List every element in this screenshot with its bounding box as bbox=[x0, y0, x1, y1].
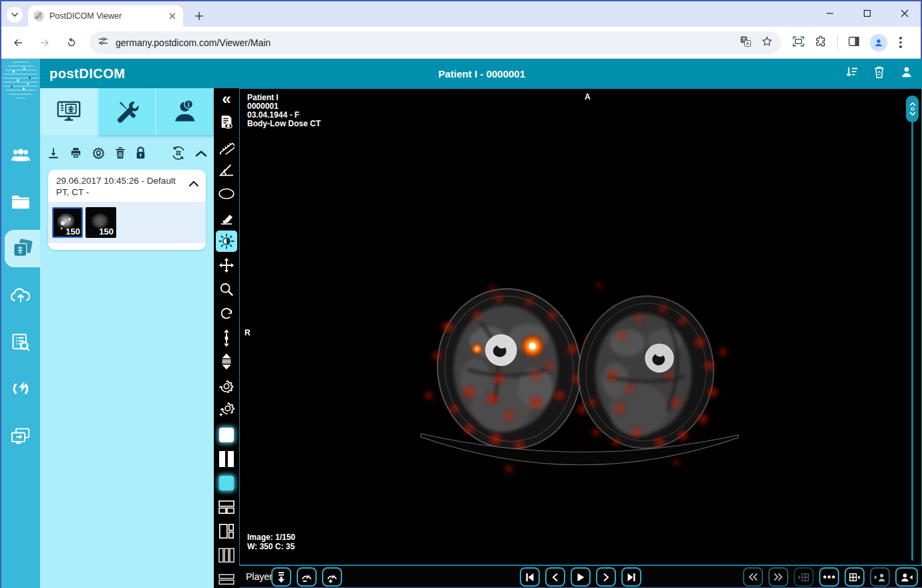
eraser-tool-icon[interactable] bbox=[216, 207, 237, 229]
zoom-tool-icon[interactable] bbox=[216, 279, 237, 300]
tab-tools[interactable] bbox=[98, 88, 155, 135]
tab-close-icon[interactable] bbox=[166, 11, 178, 22]
speed-down-button[interactable] bbox=[297, 567, 317, 587]
sidebar-item-screen-share[interactable] bbox=[1, 421, 40, 450]
orientation-marker-top: A bbox=[585, 93, 591, 102]
layout-single-active-icon[interactable] bbox=[216, 424, 237, 446]
sidebar-item-sync[interactable] bbox=[1, 374, 40, 404]
thumbnail-image-count: 150 bbox=[65, 227, 80, 237]
layout-one-top-two-bottom-icon[interactable] bbox=[216, 496, 237, 518]
sidebar-item-order-search[interactable] bbox=[1, 327, 40, 357]
more-options-button[interactable] bbox=[819, 567, 839, 587]
url-text[interactable]: germany.postdicom.com/Viewer/Main bbox=[116, 37, 733, 48]
postdicom-logo: postDICOM bbox=[49, 66, 125, 82]
user-account-icon[interactable] bbox=[899, 65, 914, 82]
tab-patient-info[interactable] bbox=[155, 88, 212, 135]
report-view-icon[interactable] bbox=[216, 112, 237, 133]
image-viewport[interactable]: Patient I 0000001 03.04.1944 - F Body-Lo… bbox=[239, 88, 922, 565]
previous-layout-button[interactable] bbox=[794, 567, 814, 587]
previous-patient-button[interactable] bbox=[870, 567, 890, 587]
bookmark-star-icon[interactable] bbox=[761, 35, 773, 50]
refresh-layout-icon[interactable] bbox=[170, 145, 186, 164]
recycle-bin-icon[interactable] bbox=[873, 65, 886, 82]
layout-two-vertical-icon[interactable] bbox=[216, 448, 237, 470]
sidebar-item-patients[interactable] bbox=[1, 140, 40, 170]
patient-title: Patient I - 0000001 bbox=[40, 68, 922, 80]
last-image-button[interactable] bbox=[621, 567, 641, 587]
player-bar: Player bbox=[239, 565, 922, 587]
rotate-tool-icon[interactable] bbox=[216, 303, 237, 324]
reload-button[interactable] bbox=[61, 33, 82, 53]
series-collapse-icon[interactable] bbox=[188, 175, 199, 198]
speed-up-button[interactable] bbox=[322, 567, 342, 587]
reset-window-icon[interactable] bbox=[216, 376, 237, 397]
series-datetime: 29.06.2017 10:45:26 - Default bbox=[56, 175, 184, 186]
next-patient-button[interactable] bbox=[895, 567, 918, 587]
sort-list-icon[interactable] bbox=[844, 65, 859, 82]
delete-study-icon[interactable] bbox=[114, 146, 126, 162]
image-scroll-handle[interactable] bbox=[906, 96, 919, 122]
layout-current-highlight-icon[interactable] bbox=[216, 472, 237, 494]
translate-icon[interactable] bbox=[740, 35, 752, 50]
previous-series-button[interactable] bbox=[743, 567, 763, 587]
next-series-button[interactable] bbox=[768, 567, 788, 587]
image-scroll-track[interactable] bbox=[911, 122, 913, 561]
player-label: Player bbox=[246, 571, 273, 582]
brain-logo bbox=[3, 60, 39, 99]
extensions-icon[interactable] bbox=[814, 35, 828, 51]
site-settings-icon[interactable] bbox=[98, 35, 109, 49]
orientation-marker-left: R bbox=[245, 329, 251, 337]
side-panel-icon[interactable] bbox=[847, 35, 861, 51]
toolbar-divider bbox=[837, 35, 838, 50]
lock-study-icon[interactable] bbox=[135, 146, 146, 162]
window-level-tool-icon[interactable] bbox=[216, 231, 237, 252]
window-close-button[interactable] bbox=[895, 4, 914, 23]
print-icon[interactable] bbox=[69, 146, 83, 162]
favicon bbox=[33, 11, 44, 21]
ruler-tool-icon[interactable] bbox=[216, 136, 237, 157]
browser-tab[interactable]: PostDICOM Viewer bbox=[28, 5, 183, 27]
url-bar[interactable]: germany.postdicom.com/Viewer/Main bbox=[90, 31, 781, 54]
ellipse-roi-icon[interactable] bbox=[216, 183, 237, 204]
first-image-button[interactable] bbox=[520, 567, 540, 587]
series-thumbnail-1[interactable]: 150 bbox=[52, 207, 83, 238]
anonymize-icon[interactable] bbox=[92, 146, 106, 163]
layout-three-columns-icon[interactable] bbox=[216, 545, 237, 566]
stack-scroll-icon[interactable] bbox=[216, 327, 237, 349]
sidebar-item-images[interactable] bbox=[5, 230, 40, 267]
series-thumbnail-2[interactable]: 150 bbox=[86, 207, 116, 238]
pan-tool-icon[interactable] bbox=[216, 255, 237, 276]
next-image-button[interactable] bbox=[596, 567, 616, 587]
pet-ct-image bbox=[240, 89, 921, 565]
sidebar-item-upload[interactable] bbox=[1, 281, 40, 310]
cine-stack-icon[interactable] bbox=[216, 351, 237, 372]
collapse-panel-icon[interactable]: « bbox=[216, 88, 237, 110]
previous-image-button[interactable] bbox=[545, 567, 565, 587]
download-study-icon[interactable] bbox=[47, 146, 60, 162]
play-button[interactable] bbox=[571, 567, 591, 587]
window-level-overlay: W: 350 C: 35 bbox=[247, 543, 295, 551]
layout-one-left-two-right-icon[interactable] bbox=[216, 521, 237, 542]
back-button[interactable] bbox=[8, 33, 28, 53]
browser-menu-icon[interactable] bbox=[897, 34, 905, 51]
forward-button[interactable] bbox=[35, 33, 55, 53]
left-rail bbox=[1, 59, 40, 588]
window-minimize-button[interactable] bbox=[820, 4, 839, 23]
angle-tool-icon[interactable] bbox=[216, 160, 237, 181]
series-header[interactable]: 29.06.2017 10:45:26 - Default PT, CT - bbox=[48, 170, 206, 202]
window-maximize-button[interactable] bbox=[858, 4, 877, 23]
auto-window-icon[interactable] bbox=[216, 399, 237, 420]
profile-avatar[interactable] bbox=[870, 34, 887, 51]
browser-window: PostDICOM Viewer bbox=[0, 0, 922, 588]
sidebar-item-folders[interactable] bbox=[1, 187, 40, 216]
tab-search-chevron-icon[interactable] bbox=[7, 7, 23, 23]
next-layout-button[interactable] bbox=[844, 567, 865, 587]
patient-overlay: Patient I 0000001 03.04.1944 - F Body-Lo… bbox=[247, 94, 321, 128]
cine-load-button[interactable] bbox=[271, 567, 291, 587]
layout-two-rows-icon[interactable] bbox=[216, 569, 237, 588]
screenshot-capture-icon[interactable] bbox=[792, 35, 805, 51]
new-tab-button[interactable] bbox=[191, 8, 207, 24]
tab-study-viewer[interactable] bbox=[40, 88, 98, 135]
study-panel: 29.06.2017 10:45:26 - Default PT, CT - 1… bbox=[40, 88, 214, 588]
collapse-toolbar-icon[interactable] bbox=[195, 148, 207, 160]
